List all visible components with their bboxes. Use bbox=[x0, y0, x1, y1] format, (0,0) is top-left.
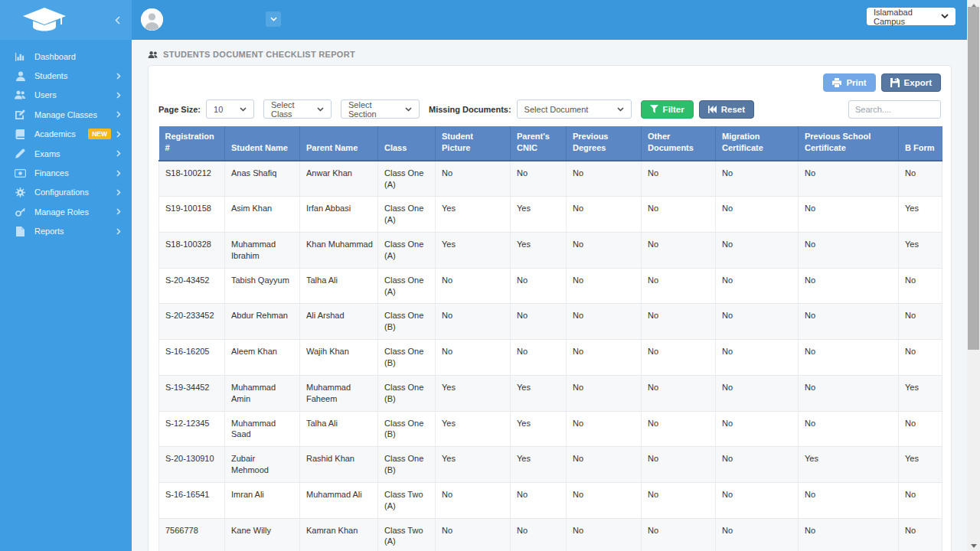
column-header-previous-degrees[interactable]: Previous Degrees bbox=[567, 126, 642, 161]
print-button[interactable]: Print bbox=[823, 73, 875, 92]
page-size-select[interactable]: 10 bbox=[206, 99, 254, 119]
column-header-student-picture[interactable]: Student Picture bbox=[436, 126, 511, 161]
column-header-class[interactable]: Class bbox=[378, 126, 436, 161]
filter-button[interactable]: Filter bbox=[641, 100, 694, 119]
reset-button-label: Reset bbox=[721, 105, 745, 114]
table-cell: No bbox=[436, 268, 511, 304]
table-cell: Class Two (A) bbox=[378, 482, 436, 518]
graduation-cap-logo-icon bbox=[20, 6, 69, 34]
table-cell: No bbox=[642, 482, 716, 518]
chevron-down-icon bbox=[317, 107, 324, 112]
table-cell: Aleem Khan bbox=[225, 340, 300, 376]
sidebar-item-configurations[interactable]: Configurations bbox=[0, 183, 132, 202]
column-header-parent-s-cnic[interactable]: Parent's CNIC bbox=[511, 126, 567, 161]
column-header-other-documents[interactable]: Other Documents bbox=[642, 126, 716, 161]
topbar: Islamabad Campus bbox=[132, 0, 967, 40]
sidebar-item-label: Students bbox=[34, 71, 67, 80]
chevron-right-icon bbox=[116, 92, 122, 99]
file-icon bbox=[15, 226, 26, 236]
table-cell: No bbox=[511, 482, 567, 518]
section-select[interactable]: Select Section bbox=[341, 99, 420, 119]
column-header-parent-name[interactable]: Parent Name bbox=[300, 126, 378, 161]
sidebar: DashboardStudentsUsersManage ClassesAcad… bbox=[0, 0, 132, 551]
sidebar-item-manage-roles[interactable]: Manage Roles bbox=[0, 202, 132, 221]
chevron-right-icon bbox=[116, 189, 122, 196]
vertical-scrollbar[interactable] bbox=[967, 0, 980, 551]
fast-backward-icon bbox=[708, 106, 717, 113]
sidebar-item-students[interactable]: Students bbox=[0, 66, 132, 85]
user-avatar[interactable] bbox=[141, 8, 163, 31]
export-button[interactable]: Export bbox=[881, 73, 941, 92]
table-cell: Talha Ali bbox=[300, 411, 378, 447]
page-title: STUDENTS DOCUMENT CHECKLIST REPORT bbox=[148, 50, 952, 59]
table-cell: Yes bbox=[899, 447, 942, 483]
column-header-student-name[interactable]: Student Name bbox=[225, 126, 300, 161]
table-cell: S-19-34452 bbox=[159, 375, 225, 411]
sidebar-item-exams[interactable]: Exams bbox=[0, 144, 132, 163]
table-row: S18-100212Anas ShafiqAnwar KhanClass One… bbox=[159, 161, 942, 197]
page-title-text: STUDENTS DOCUMENT CHECKLIST REPORT bbox=[163, 50, 355, 59]
section-select-value: Select Section bbox=[348, 100, 405, 119]
table-cell: No bbox=[642, 518, 716, 551]
table-cell: Yes bbox=[899, 197, 942, 233]
table-cell: S18-100212 bbox=[159, 161, 225, 197]
table-cell: Yes bbox=[899, 375, 942, 411]
table-cell: Class One (B) bbox=[378, 411, 436, 447]
table-cell: Yes bbox=[436, 233, 511, 269]
table-cell: No bbox=[642, 447, 716, 483]
save-icon bbox=[890, 78, 900, 87]
table-cell: S18-100328 bbox=[159, 233, 225, 269]
table-cell: No bbox=[899, 411, 942, 447]
table-cell: No bbox=[642, 340, 716, 376]
table-cell: No bbox=[716, 375, 799, 411]
sidebar-item-reports[interactable]: Reports bbox=[0, 222, 132, 241]
table-cell: Class One (A) bbox=[378, 233, 436, 269]
table-cell: No bbox=[642, 161, 716, 197]
report-panel: Print Export Page Size: 10 Select Class bbox=[148, 65, 952, 551]
table-cell: Class One (A) bbox=[378, 268, 436, 304]
table-cell: S-12-12345 bbox=[159, 411, 225, 447]
table-row: S-20-233452Abdur RehmanAli ArshadClass O… bbox=[159, 304, 942, 340]
table-cell: Wajih Khan bbox=[300, 340, 378, 376]
sidebar-item-label: Reports bbox=[34, 227, 64, 236]
chevron-right-icon bbox=[116, 111, 122, 118]
sidebar-item-finances[interactable]: Finances bbox=[0, 163, 132, 182]
table-cell: No bbox=[899, 482, 942, 518]
table-cell: No bbox=[511, 161, 567, 197]
table-row: S19-100158Asim KhanIrfan AbbasiClass One… bbox=[159, 197, 942, 233]
table-cell: No bbox=[899, 340, 942, 376]
table-cell: No bbox=[567, 411, 642, 447]
table-cell: Yes bbox=[799, 447, 899, 483]
table-cell: No bbox=[642, 197, 716, 233]
sidebar-collapse-button[interactable] bbox=[110, 13, 124, 27]
class-select[interactable]: Select Class bbox=[263, 99, 332, 119]
column-header-migration-certificate[interactable]: Migration Certificate bbox=[716, 126, 799, 161]
column-header-previous-school-certificate[interactable]: Previous School Certificate bbox=[799, 126, 899, 161]
column-header-b-form[interactable]: B Form bbox=[899, 126, 942, 161]
table-cell: No bbox=[716, 518, 799, 551]
campus-select[interactable]: Islamabad Campus bbox=[867, 8, 956, 25]
main-content: STUDENTS DOCUMENT CHECKLIST REPORT Print… bbox=[132, 40, 967, 551]
table-cell: Kamran Khan bbox=[300, 518, 378, 551]
scrollbar-thumb[interactable] bbox=[968, 7, 979, 350]
table-cell: Muhammad Faheem bbox=[300, 375, 378, 411]
document-select[interactable]: Select Document bbox=[517, 99, 632, 119]
table-cell: Yes bbox=[511, 411, 567, 447]
table-cell: No bbox=[799, 375, 899, 411]
sidebar-item-academics[interactable]: AcademicsNEW bbox=[0, 125, 132, 144]
sidebar-item-users[interactable]: Users bbox=[0, 86, 132, 105]
table-cell: No bbox=[567, 268, 642, 304]
key-icon bbox=[15, 207, 26, 217]
table-cell: No bbox=[716, 268, 799, 304]
scrollbar-down-arrow[interactable] bbox=[967, 540, 980, 551]
topbar-dropdown-button[interactable] bbox=[266, 11, 281, 27]
column-header-registration[interactable]: Registration # bbox=[159, 126, 225, 161]
table-cell: Irfan Abbasi bbox=[300, 197, 378, 233]
search-input[interactable] bbox=[848, 100, 941, 119]
reset-button[interactable]: Reset bbox=[699, 100, 754, 119]
table-cell: Class One (B) bbox=[378, 447, 436, 483]
sidebar-item-manage-classes[interactable]: Manage Classes bbox=[0, 105, 132, 124]
money-icon bbox=[15, 168, 26, 178]
table-cell: No bbox=[567, 447, 642, 483]
sidebar-item-dashboard[interactable]: Dashboard bbox=[0, 47, 132, 66]
